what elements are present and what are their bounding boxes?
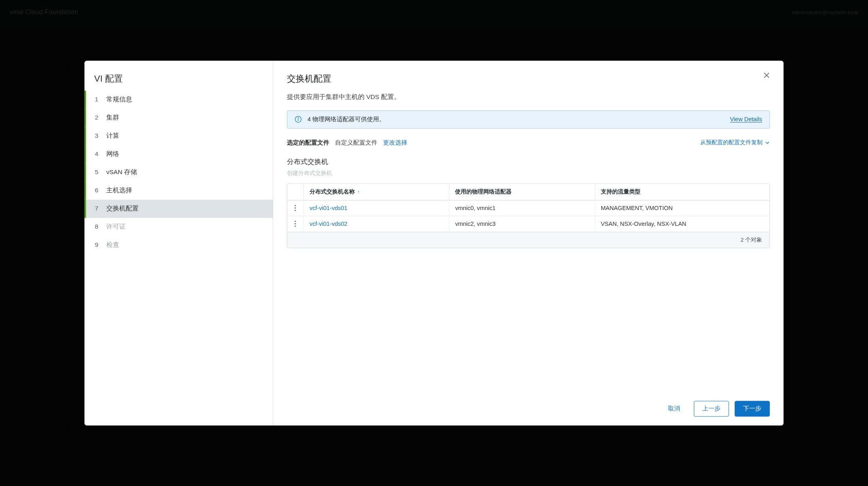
row-pnics-cell: vmnic0, vmnic1 [449, 200, 594, 216]
th-name[interactable]: 分布式交换机名称 ↑ [303, 184, 449, 200]
step-host-select[interactable]: 6 主机选择 [84, 181, 273, 200]
vds-name-link[interactable]: vcf-vi01-vds02 [310, 221, 347, 227]
step-label: 集群 [106, 114, 119, 122]
step-label: 常规信息 [106, 95, 132, 104]
info-banner: 4 物理网络适配器可供使用。 View Details [287, 110, 770, 128]
row-name-cell: vcf-vi01-vds01 [303, 200, 449, 216]
step-review: 9 检查 [84, 236, 273, 254]
profile-value: 自定义配置文件 [335, 139, 377, 147]
step-label: 交换机配置 [106, 204, 139, 213]
profile-label: 选定的配置文件 [287, 139, 329, 147]
svg-point-4 [298, 118, 298, 118]
step-compute[interactable]: 3 计算 [84, 127, 273, 145]
step-label: 网络 [106, 150, 119, 158]
close-button[interactable] [761, 70, 772, 82]
row-actions-cell [287, 216, 303, 231]
step-label: 主机选择 [106, 186, 132, 195]
sort-asc-icon: ↑ [357, 189, 360, 195]
chevron-down-icon [765, 140, 770, 145]
row-traffic-cell: MANAGEMENT, VMOTION [595, 200, 769, 216]
th-traffic[interactable]: 支持的流量类型 [595, 184, 769, 200]
wizard-footer: 取消 上一步 下一步 [287, 389, 770, 417]
step-number: 2 [93, 114, 100, 121]
info-message: 4 物理网络适配器可供使用。 [308, 116, 724, 123]
table-header: 分布式交换机名称 ↑ 使用的物理网络适配器 支持的流量类型 [287, 184, 769, 200]
th-pnics[interactable]: 使用的物理网络适配器 [449, 184, 594, 200]
wizard-title: VI 配置 [84, 73, 273, 90]
table-row: vcf-vi01-vds01 vmnic0, vmnic1 MANAGEMENT… [287, 200, 769, 216]
step-network[interactable]: 4 网络 [84, 145, 273, 163]
wizard-steps-panel: VI 配置 1 常规信息 2 集群 3 计算 4 网络 5 vSAN 存储 [84, 61, 273, 425]
step-number: 8 [93, 223, 100, 230]
step-number: 4 [93, 150, 100, 158]
step-label: 计算 [106, 132, 119, 140]
wizard-steps: 1 常规信息 2 集群 3 计算 4 网络 5 vSAN 存储 6 主机选择 [84, 90, 273, 417]
kebab-menu-icon[interactable] [295, 221, 296, 227]
page-title: 交换机配置 [287, 73, 770, 85]
close-icon [763, 72, 770, 78]
row-traffic-cell: VSAN, NSX-Overlay, NSX-VLAN [595, 216, 769, 231]
step-number: 6 [93, 187, 100, 194]
step-number: 1 [93, 96, 100, 103]
copy-from-label: 从预配置的配置文件复制 [700, 139, 763, 146]
th-actions [287, 187, 303, 196]
back-button[interactable]: 上一步 [694, 401, 729, 417]
step-label: 许可证 [106, 223, 126, 231]
table-row: vcf-vi01-vds02 vmnic2, vmnic3 VSAN, NSX-… [287, 216, 769, 232]
step-general[interactable]: 1 常规信息 [84, 90, 273, 109]
step-number: 7 [93, 205, 100, 212]
vds-table: 分布式交换机名称 ↑ 使用的物理网络适配器 支持的流量类型 vcf-vi01-v… [287, 183, 770, 248]
change-profile-link[interactable]: 更改选择 [383, 139, 407, 147]
step-number: 9 [93, 241, 100, 248]
step-switch-config[interactable]: 7 交换机配置 [84, 200, 273, 218]
view-details-link[interactable]: View Details [730, 116, 762, 122]
cancel-button[interactable]: 取消 [660, 401, 688, 416]
row-name-cell: vcf-vi01-vds02 [303, 216, 449, 231]
row-actions-cell [287, 200, 303, 215]
profile-row: 选定的配置文件 自定义配置文件 更改选择 从预配置的配置文件复制 [287, 139, 770, 147]
vds-name-link[interactable]: vcf-vi01-vds01 [310, 205, 347, 211]
table-footer: 2 个对象 [287, 232, 769, 248]
create-vds-link[interactable]: 创建分布式交换机 [287, 170, 770, 177]
row-pnics-cell: vmnic2, vmnic3 [449, 216, 594, 231]
step-cluster[interactable]: 2 集群 [84, 109, 273, 127]
step-label: 检查 [106, 241, 119, 249]
step-number: 5 [93, 168, 100, 176]
copy-from-profile-link[interactable]: 从预配置的配置文件复制 [700, 139, 770, 146]
step-number: 3 [93, 132, 100, 139]
step-label: vSAN 存储 [106, 168, 137, 177]
kebab-menu-icon[interactable] [295, 205, 296, 211]
next-button[interactable]: 下一步 [735, 401, 770, 417]
info-icon [295, 116, 302, 123]
step-license: 8 许可证 [84, 218, 273, 236]
wizard-content-panel: 交换机配置 提供要应用于集群中主机的 VDS 配置。 4 物理网络适配器可供使用… [273, 61, 784, 425]
th-name-label: 分布式交换机名称 [310, 188, 355, 196]
step-vsan[interactable]: 5 vSAN 存储 [84, 163, 273, 181]
vi-config-modal: VI 配置 1 常规信息 2 集群 3 计算 4 网络 5 vSAN 存储 [84, 61, 784, 425]
page-subtitle: 提供要应用于集群中主机的 VDS 配置。 [287, 93, 770, 101]
vds-section-title: 分布式交换机 [287, 157, 770, 166]
